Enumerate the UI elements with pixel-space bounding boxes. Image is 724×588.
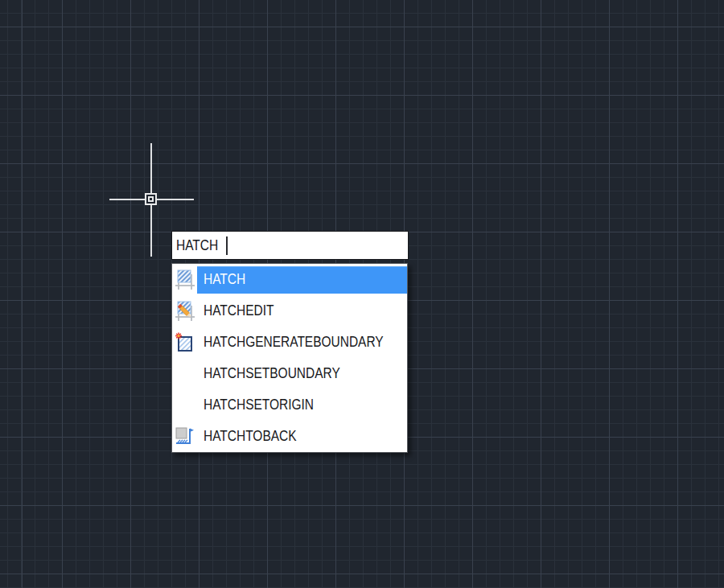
suggestion-label: HATCHTOBACK — [204, 428, 297, 445]
command-input-text: HATCH — [176, 237, 218, 254]
command-input[interactable]: HATCH — [171, 231, 409, 260]
suggestion-row-hatch[interactable]: HATCH — [172, 264, 407, 295]
suggestion-label: HATCHSETBOUNDARY — [204, 365, 340, 382]
suggestion-label: HATCHSETORIGIN — [204, 397, 314, 413]
crosshair-pickbox-inner — [148, 196, 154, 202]
hatch-generate-boundary-icon — [172, 327, 197, 358]
suggestion-label: HATCHEDIT — [204, 302, 274, 319]
suggestion-row-hatchtoback[interactable]: HATCHTOBACK — [172, 421, 407, 452]
suggestion-row-hatchedit[interactable]: HATCHEDIT — [172, 295, 407, 327]
crosshair-pickbox — [145, 193, 157, 205]
suggestion-label: HATCH — [204, 271, 245, 288]
suggestion-row-hatchsetboundary[interactable]: HATCHSETBOUNDARY — [172, 358, 407, 389]
command-suggestion-list: HATCH — [171, 263, 408, 453]
drawing-canvas[interactable]: HATCH — [0, 0, 724, 588]
suggestion-label: HATCHGENERATEBOUNDARY — [204, 334, 384, 351]
suggestion-row-hatchgenerateboundary[interactable]: HATCHGENERATEBOUNDARY — [172, 327, 407, 358]
empty-icon-cell — [172, 389, 197, 421]
hatch-to-back-icon — [172, 421, 197, 452]
text-caret — [226, 236, 228, 255]
hatch-icon — [172, 264, 197, 295]
suggestion-row-hatchsetorigin[interactable]: HATCHSETORIGIN — [172, 389, 407, 421]
empty-icon-cell — [172, 358, 197, 389]
hatch-edit-icon — [172, 295, 197, 327]
